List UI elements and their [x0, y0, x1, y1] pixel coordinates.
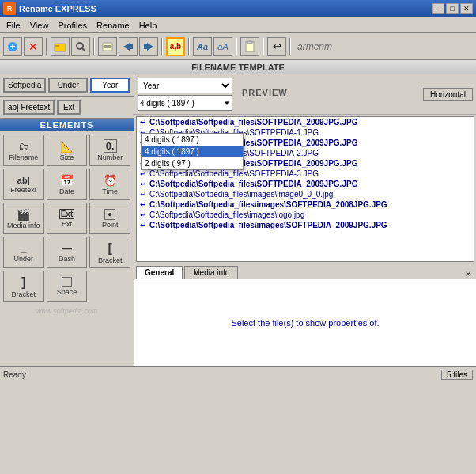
template-banner: FILENAME TEMPLATE	[0, 60, 476, 74]
svg-text:✕: ✕	[28, 40, 38, 53]
brand-label: armenm	[297, 41, 332, 52]
open-button[interactable]	[98, 37, 117, 56]
space-icon	[62, 277, 72, 287]
under-btn[interactable]: Under	[48, 78, 88, 93]
close-button[interactable]: ✕	[460, 3, 473, 14]
elem-number[interactable]: 0. Number	[89, 135, 130, 166]
lowercase-button[interactable]: aA	[213, 37, 232, 56]
ab-label: a,b	[170, 42, 181, 51]
tab-bar: General Media info ✕	[134, 264, 476, 279]
under-icon: _	[21, 242, 26, 254]
elem-ext[interactable]: Ext Ext	[47, 203, 88, 234]
file-icon-0: ↵	[140, 118, 146, 127]
year-type-select[interactable]: Year Month Day	[138, 78, 232, 93]
clipboard-button[interactable]	[240, 37, 259, 56]
arrow-button[interactable]	[119, 37, 138, 56]
freetext-btn[interactable]: ab| Freetext	[3, 100, 55, 115]
freetext-icon: ab|	[17, 176, 30, 185]
uppercase-button[interactable]: Aa	[193, 37, 212, 56]
format-option-2digits[interactable]: 2 digits ( 97 )	[142, 157, 243, 169]
toolbar: + ✕ a,b Aa aA ↩ armenm	[0, 33, 476, 60]
tab-close-button[interactable]: ✕	[462, 270, 474, 279]
year-btn[interactable]: Year	[90, 78, 130, 93]
svg-rect-11	[130, 44, 133, 49]
file-item-7[interactable]: ↵ C:\Softpedia\Softpedia_files\images\im…	[137, 189, 474, 199]
maximize-button[interactable]: □	[446, 3, 459, 14]
menu-file[interactable]: File	[2, 19, 25, 32]
format-dropdown-list: 4 digits ( 1897 ) 4 digits ( 1897 ) 2 di…	[141, 133, 244, 170]
watermark: www.softpedia.com	[0, 305, 134, 317]
separator-3	[161, 38, 163, 55]
menu-profiles[interactable]: Profiles	[53, 19, 92, 32]
elem-bracket-close[interactable]: ] Bracket	[3, 271, 44, 302]
arrow-right-button[interactable]	[139, 37, 158, 56]
point-icon: ●	[104, 209, 115, 220]
status-text: Ready	[3, 370, 26, 379]
file-item-9[interactable]: ↵ C:\Softpedia\Softpedia_files\images\lo…	[137, 210, 474, 220]
tab-general[interactable]: General	[136, 266, 183, 279]
format-dropdown[interactable]: 4 digits ( 1897 )	[138, 95, 232, 111]
bottom-panel: General Media info ✕ Select the file(s) …	[134, 264, 476, 366]
file-item-8[interactable]: ↵ C:\Softpedia\Softpedia_files\images\SO…	[137, 199, 474, 210]
ext-btn[interactable]: Ext	[57, 100, 81, 115]
file-icon-8: ↵	[140, 200, 146, 209]
menu-help[interactable]: Help	[134, 19, 162, 32]
elem-point[interactable]: ● Point	[89, 203, 130, 234]
format-option-4digits[interactable]: 4 digits ( 1897 )	[142, 134, 243, 146]
elem-dash[interactable]: — Dash	[47, 237, 88, 268]
elem-under[interactable]: _ Under	[3, 237, 44, 268]
menu-rename[interactable]: Rename	[92, 19, 134, 32]
status-bar: Ready 5 files	[0, 366, 476, 382]
file-item-0[interactable]: ↵ C:\Softpedia\Softpedia_files\SOFTPEDIA…	[137, 117, 474, 127]
right-panel: Year Month Day 4 digits ( 1897 ) 4 digit…	[134, 74, 476, 366]
elem-bracket-open[interactable]: [ Bracket	[89, 237, 130, 268]
file-item-6[interactable]: ↵ C:\Softpedia\Softpedia_files\SOFTPEDIA…	[137, 179, 474, 189]
file-icon-5: ↵	[140, 169, 146, 178]
horizontal-button[interactable]: Horizontal	[423, 88, 473, 101]
minimize-button[interactable]: ─	[432, 3, 444, 14]
filename-icon: 🗂	[18, 140, 29, 153]
add-button[interactable]: +	[3, 37, 22, 56]
elem-space[interactable]: Space	[47, 271, 88, 302]
format-option-4digits-2[interactable]: 4 digits ( 1897 )	[142, 146, 243, 157]
svg-marker-10	[123, 43, 130, 51]
separator-2	[93, 38, 95, 55]
ab-button[interactable]: a,b	[166, 37, 185, 56]
file-icon-10: ↵	[140, 221, 146, 229]
elem-filename[interactable]: 🗂 Filename	[3, 135, 44, 166]
bracket-open-icon: [	[108, 241, 112, 256]
dropdowns-area: Year Month Day 4 digits ( 1897 ) 4 digit…	[138, 78, 232, 111]
file-item-10[interactable]: ↵ C:\Softpedia\Softpedia_files\images\SO…	[137, 220, 474, 230]
separator-5	[236, 38, 237, 55]
svg-text:+: +	[9, 41, 15, 52]
browse-button[interactable]	[51, 37, 70, 56]
right-top-bar: Year Month Day 4 digits ( 1897 ) 4 digit…	[134, 74, 476, 115]
app-title: Rename EXPRESS	[19, 4, 96, 13]
softpedia-btn[interactable]: Softpedia	[3, 78, 46, 93]
remove-button[interactable]: ✕	[24, 37, 43, 56]
undo-button[interactable]: ↩	[267, 37, 286, 56]
separator-6	[263, 38, 264, 55]
file-icon-6: ↵	[140, 180, 146, 188]
elem-freetext[interactable]: ab| Freetext	[3, 169, 44, 200]
svg-rect-4	[55, 45, 59, 47]
quick-buttons: Softpedia Under Year	[0, 74, 134, 97]
svg-rect-3	[55, 44, 66, 51]
elem-size[interactable]: 📐 Size	[47, 135, 88, 166]
menu-view[interactable]: View	[25, 19, 54, 32]
elem-mediainfo[interactable]: 🎬 Media info	[3, 203, 44, 234]
date-icon: 📅	[60, 174, 74, 187]
tab-mediainfo[interactable]: Media info	[184, 266, 238, 279]
app-icon: R	[3, 2, 16, 15]
elem-time[interactable]: ⏰ Time	[89, 169, 130, 200]
quick-buttons-2: ab| Freetext Ext	[0, 97, 134, 119]
elements-header: ELEMENTS	[0, 119, 134, 131]
elements-grid: 🗂 Filename 📐 Size 0. Number ab| Freetext…	[0, 131, 134, 305]
menu-bar: File View Profiles Rename Help	[0, 17, 476, 33]
number-icon: 0.	[104, 139, 117, 153]
ext-icon: Ext	[59, 209, 75, 219]
main-content: Softpedia Under Year ab| Freetext Ext EL…	[0, 74, 476, 366]
elem-date[interactable]: 📅 Date	[47, 169, 88, 200]
search-button[interactable]	[71, 37, 90, 56]
year-dropdown-container: Year Month Day	[138, 78, 232, 93]
